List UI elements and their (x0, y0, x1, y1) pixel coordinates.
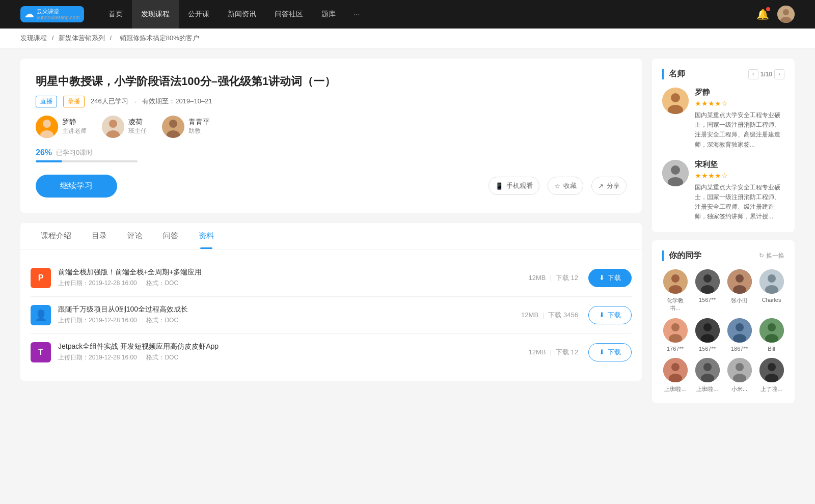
share-label: 分享 (607, 181, 620, 190)
expire-date: 有效期至：2019–10–21 (142, 97, 212, 106)
svg-point-49 (736, 363, 744, 371)
main-layout: 明星中教授课，小学阶段语法100分–强化级第1讲动词（一） 直播 录播 246人… (0, 48, 815, 422)
file-sep-2: | (550, 348, 552, 356)
mobile-watch-button[interactable]: 📱 手机观看 (488, 177, 539, 195)
tab-materials[interactable]: 资料 (188, 223, 224, 249)
classmate-10: 小米... (726, 358, 752, 393)
svg-point-4 (43, 120, 51, 128)
teacher-name-1: 凌荷 (128, 118, 147, 127)
breadcrumb-sep2: / (110, 34, 113, 42)
classmate-name-3: Charles (762, 297, 781, 303)
notification-dot (766, 7, 770, 11)
classmate-avatar-3[interactable] (759, 269, 784, 294)
classmate-avatar-1[interactable] (695, 269, 720, 294)
download-icon-2: ⬇ (599, 348, 605, 356)
download-label-2: 下载 (608, 348, 621, 357)
classmate-3: Charles (758, 269, 784, 312)
tabs-header: 课程介绍 目录 评论 问答 资料 (20, 223, 642, 249)
progress-text: 已学习0课时 (56, 148, 93, 157)
file-format-sep-2 (139, 354, 145, 361)
tabs-section: 课程介绍 目录 评论 问答 资料 P 前端全栈加强版！前端全栈+全周期+多端应用… (20, 223, 642, 381)
sidebar-teacher-name-0: 罗静 (695, 88, 784, 97)
user-avatar-nav[interactable] (777, 6, 795, 23)
notification-bell[interactable]: 🔔 (756, 8, 769, 20)
share-button[interactable]: ↗ 分享 (591, 177, 627, 195)
nav-discover[interactable]: 发现课程 (132, 0, 179, 29)
sidebar-teacher-info-1: 宋利坚 ★★★★☆ 国内某重点大学安全工程专业硕士，国家一级注册消防工程师、注册… (695, 160, 784, 222)
nav-open[interactable]: 公开课 (179, 0, 219, 29)
teachers-prev[interactable]: ‹ (748, 69, 758, 79)
sidebar-teacher-0: 罗静 ★★★★☆ 国内某重点大学安全工程专业硕士，国家一级注册消防工程师、注册安… (662, 88, 784, 150)
file-date-2: 上传日期：2019-12-28 16:00 (58, 354, 137, 361)
navbar: ☁ 云朵课堂 yundouketang.com 首页 发现课程 公开课 新闻资讯… (0, 0, 815, 29)
classmate-avatar-11[interactable] (759, 358, 784, 382)
classmate-2: 张小田 (726, 269, 752, 312)
classmate-avatar-8[interactable] (663, 358, 688, 382)
sidebar-teacher-stars-0: ★★★★☆ (695, 99, 784, 107)
classmate-avatar-4[interactable] (663, 318, 688, 343)
svg-point-13 (671, 93, 680, 102)
dot-separator: · (134, 98, 137, 105)
classmate-name-4: 1767** (667, 346, 684, 352)
download-button-0[interactable]: ⬇ 下载 (588, 269, 632, 287)
sidebar-teacher-avatar-1 (662, 160, 689, 186)
tab-intro[interactable]: 课程介绍 (31, 223, 82, 249)
favorite-label: 收藏 (563, 181, 577, 190)
refresh-button[interactable]: ↻ 换一换 (759, 251, 784, 260)
teachers-next[interactable]: › (774, 69, 784, 79)
classmate-avatar-0[interactable] (663, 269, 688, 294)
classmate-avatar-10[interactable] (727, 358, 752, 382)
breadcrumb-discover[interactable]: 发现课程 (20, 34, 47, 42)
breadcrumb-series[interactable]: 新媒体营销系列 (59, 34, 105, 42)
classmate-1: 1567** (694, 269, 720, 312)
nav-quiz[interactable]: 题库 (312, 0, 345, 29)
continue-button[interactable]: 继续学习 (36, 175, 117, 198)
classmate-name-2: 张小田 (731, 297, 748, 304)
file-sep-1: | (542, 311, 544, 319)
classmate-avatar-7[interactable] (759, 318, 784, 343)
classmate-avatar-5[interactable] (695, 318, 720, 343)
logo[interactable]: ☁ 云朵课堂 yundouketang.com (20, 6, 84, 22)
teacher-name-0: 罗静 (62, 118, 87, 127)
badge-record: 录播 (63, 96, 85, 107)
svg-point-16 (671, 165, 680, 175)
tab-qa[interactable]: 问答 (153, 223, 188, 249)
nav-more[interactable]: ··· (345, 0, 369, 29)
classmate-avatar-6[interactable] (727, 318, 752, 343)
tab-review[interactable]: 评论 (117, 223, 153, 249)
classmate-avatar-2[interactable] (727, 269, 752, 294)
classmate-11: 上了啦... (758, 358, 784, 393)
teachers-pagination: ‹ 1/10 › (748, 69, 784, 79)
classmate-name-7: Bill (768, 346, 775, 352)
svg-point-28 (768, 274, 776, 283)
download-button-1[interactable]: ⬇ 下载 (588, 306, 632, 324)
download-label-0: 下载 (608, 273, 621, 283)
tabs-content: P 前端全栈加强版！前端全栈+全周期+多端应用 上传日期：2019-12-28 … (20, 249, 642, 381)
file-size-0: 12MB (529, 274, 546, 282)
file-item-2: T Jetpack全组件实战 开发短视频应用高仿皮皮虾App 上传日期：2019… (31, 334, 632, 371)
tab-catalog[interactable]: 目录 (82, 223, 117, 249)
course-meta: 直播 录播 246人已学习 · 有效期至：2019–10–21 (36, 96, 627, 107)
nav-home[interactable]: 首页 (99, 0, 132, 29)
classmate-avatar-9[interactable] (695, 358, 720, 382)
course-card: 明星中教授课，小学阶段语法100分–强化级第1讲动词（一） 直播 录播 246人… (20, 59, 642, 213)
nav-news[interactable]: 新闻资讯 (219, 0, 265, 29)
download-button-2[interactable]: ⬇ 下载 (588, 343, 632, 361)
sidebar-teacher-name-1: 宋利坚 (695, 160, 784, 170)
svg-point-34 (703, 323, 712, 331)
classmate-name-9: 上班啦... (696, 385, 718, 393)
file-name-0: 前端全栈加强版！前端全栈+全周期+多端应用 (58, 268, 529, 277)
file-icon-0: P (31, 268, 51, 288)
nav-qa[interactable]: 问答社区 (265, 0, 312, 29)
svg-point-10 (169, 120, 177, 128)
file-name-2: Jetpack全组件实战 开发短视频应用高仿皮皮虾App (58, 342, 529, 351)
action-buttons: 📱 手机观看 ☆ 收藏 ↗ 分享 (488, 177, 627, 195)
sidebar-teacher-1: 宋利坚 ★★★★☆ 国内某重点大学安全工程专业硕士，国家一级注册消防工程师、注册… (662, 160, 784, 222)
teacher-2: 青青平 助教 (162, 116, 210, 138)
progress-percent: 26% (36, 148, 52, 157)
favorite-button[interactable]: ☆ 收藏 (548, 177, 583, 195)
file-format-sep-0 (139, 279, 145, 287)
teachers-card: 名师 ‹ 1/10 › 罗静 ★★★★☆ (652, 59, 795, 232)
file-stats-2: 12MB | 下载 12 (529, 348, 578, 357)
classmate-7: Bill (758, 318, 784, 352)
